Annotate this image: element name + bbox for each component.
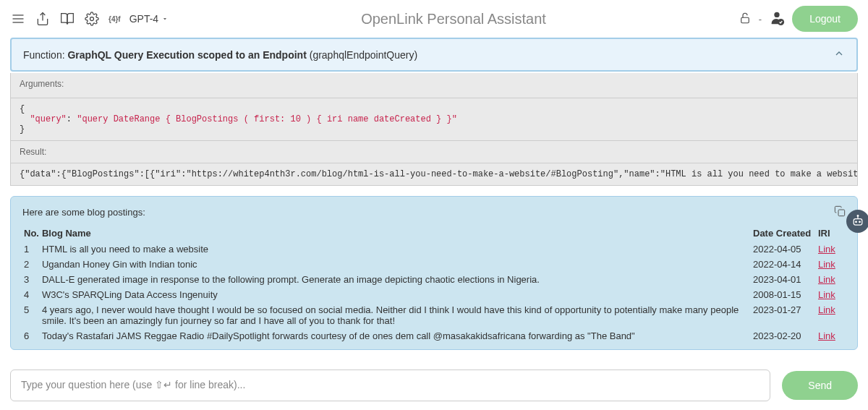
table-header-row: No. Blog Name Date Created IRI — [22, 225, 846, 242]
svg-rect-9 — [854, 219, 862, 225]
result-label: Result: — [10, 141, 858, 163]
cell-iri: Link — [817, 287, 846, 302]
code-key: "query" — [30, 114, 66, 124]
cell-name: Today's Rastafari JAMS Reggae Radio #Dai… — [41, 328, 752, 343]
svg-point-6 — [775, 12, 780, 17]
code-colon: : — [67, 114, 77, 124]
results-table: No. Blog Name Date Created IRI 1HTML is … — [22, 225, 846, 343]
input-placeholder: Type your question here (use ⇧↵ for line… — [21, 379, 245, 390]
code-value: "query DateRange { BlogPostings ( first:… — [77, 114, 457, 124]
col-date: Date Created — [752, 225, 817, 242]
cell-date: 2023-02-20 — [752, 328, 817, 343]
bot-avatar-icon[interactable] — [846, 210, 868, 233]
cell-date: 2022-04-14 — [752, 257, 817, 272]
table-row: 3DALL-E generated image in response to t… — [22, 272, 846, 287]
col-iri: IRI — [817, 225, 846, 242]
arguments-section: Arguments: — [10, 73, 858, 98]
lock-icon[interactable] — [739, 12, 752, 27]
main-content: Function: GraphQL Query Execution scoped… — [0, 38, 868, 350]
cell-iri: Link — [817, 272, 846, 287]
table-row: 54 years ago, I never would have thought… — [22, 302, 846, 328]
cell-no: 6 — [22, 328, 41, 343]
model-selector[interactable]: GPT-4 — [129, 13, 169, 25]
cell-no: 3 — [22, 272, 41, 287]
iri-link[interactable]: Link — [818, 289, 835, 300]
table-row: 1HTML is all you need to make a website2… — [22, 242, 846, 257]
cell-name: W3C's SPARQLing Data Access Ingenuity — [41, 287, 752, 302]
cell-date: 2008-01-15 — [752, 287, 817, 302]
menu-icon[interactable] — [10, 11, 26, 27]
cell-date: 2023-01-27 — [752, 302, 817, 328]
cell-name: HTML is all you need to make a website — [41, 242, 752, 257]
iri-link[interactable]: Link — [818, 244, 835, 255]
book-icon[interactable] — [59, 11, 75, 27]
response-intro: Here are some blog postings: — [22, 207, 846, 218]
table-row: 6Today's Rastafari JAMS Reggae Radio #Da… — [22, 328, 846, 343]
cell-no: 4 — [22, 287, 41, 302]
iri-link[interactable]: Link — [818, 259, 835, 270]
response-card: Here are some blog postings: No. Blog Na… — [10, 196, 858, 350]
svg-point-11 — [859, 221, 861, 223]
share-icon[interactable] — [35, 11, 51, 27]
cell-no: 5 — [22, 302, 41, 328]
iri-link[interactable]: Link — [818, 330, 835, 341]
function-card[interactable]: Function: GraphQL Query Execution scoped… — [10, 38, 858, 72]
copy-icon[interactable] — [834, 205, 846, 219]
chevron-up-icon[interactable] — [833, 48, 845, 61]
message-input[interactable]: Type your question here (use ⇧↵ for line… — [10, 370, 770, 401]
code-brace-open: { — [20, 104, 25, 114]
model-name-text: GPT-4 — [129, 13, 158, 25]
function-slug: (graphqlEndpointQuery) — [307, 49, 417, 61]
page-title: OpenLink Personal Assistant — [177, 11, 730, 27]
arguments-label: Arguments: — [20, 79, 848, 89]
cell-no: 1 — [22, 242, 41, 257]
svg-point-4 — [90, 17, 94, 21]
svg-rect-5 — [741, 17, 749, 23]
table-row: 4W3C's SPARQLing Data Access Ingenuity20… — [22, 287, 846, 302]
cell-name: DALL-E generated image in response to th… — [41, 272, 752, 287]
svg-rect-8 — [838, 210, 845, 216]
model-badge: {4}f — [109, 15, 121, 23]
col-no: No. — [22, 225, 41, 242]
svg-point-10 — [856, 221, 857, 223]
header-right: - Logout — [739, 6, 858, 32]
cell-name: Ugandan Honey Gin with Indian tonic — [41, 257, 752, 272]
logout-button[interactable]: Logout — [792, 6, 858, 32]
table-row: 2Ugandan Honey Gin with Indian tonic2022… — [22, 257, 846, 272]
header-dash: - — [759, 14, 762, 25]
iri-link[interactable]: Link — [818, 274, 835, 285]
svg-point-13 — [857, 215, 859, 217]
gear-icon[interactable] — [84, 11, 100, 27]
cell-date: 2022-04-05 — [752, 242, 817, 257]
function-text: Function: GraphQL Query Execution scoped… — [23, 49, 417, 61]
send-button[interactable]: Send — [782, 371, 858, 400]
code-brace-close: } — [20, 124, 25, 134]
cell-iri: Link — [817, 302, 846, 328]
cell-iri: Link — [817, 257, 846, 272]
function-name: GraphQL Query Execution scoped to an End… — [67, 49, 306, 61]
arguments-code: { "query": "query DateRange { BlogPostin… — [10, 98, 858, 141]
cell-date: 2023-04-01 — [752, 272, 817, 287]
app-header: {4}f GPT-4 OpenLink Personal Assistant -… — [0, 0, 868, 38]
user-icon[interactable] — [769, 10, 785, 28]
input-row: Type your question here (use ⇧↵ for line… — [10, 370, 858, 401]
cell-iri: Link — [817, 328, 846, 343]
col-name: Blog Name — [41, 225, 752, 242]
cell-iri: Link — [817, 242, 846, 257]
function-prefix: Function: — [23, 49, 67, 61]
cell-name: 4 years ago, I never would have thought … — [41, 302, 752, 328]
cell-no: 2 — [22, 257, 41, 272]
chevron-down-icon — [161, 15, 169, 22]
header-left: {4}f GPT-4 — [10, 11, 169, 27]
result-code: {"data":{"BlogPostings":[{"iri":"https:/… — [10, 163, 858, 186]
iri-link[interactable]: Link — [818, 304, 835, 315]
